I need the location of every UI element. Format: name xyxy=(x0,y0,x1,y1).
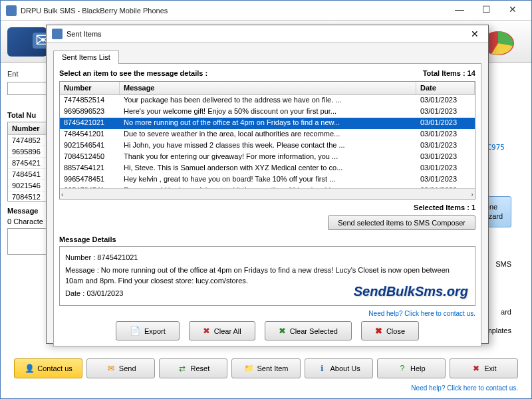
help-button[interactable]: ?Help xyxy=(377,358,446,378)
total-items: Total Items : 14 xyxy=(423,69,475,77)
table-row[interactable]: 8857454121Hi, Steve. This is Samuel ande… xyxy=(60,163,475,174)
dialog-help-link[interactable]: Need help? Click here to contact us. xyxy=(59,310,475,317)
bottom-toolbar: 👤Contact us ✉Send ⇄Reset 📁Sent Item ℹAbo… xyxy=(14,358,518,378)
instruction-text: Select an item to see the message detail… xyxy=(59,69,207,77)
exit-button[interactable]: ✖Exit xyxy=(450,358,518,378)
info-icon: ℹ xyxy=(317,363,328,374)
detail-number: 8745421021 xyxy=(97,253,138,261)
scroll-left-icon[interactable]: ‹ xyxy=(61,190,64,198)
dialog-icon xyxy=(52,29,63,39)
main-help-link[interactable]: Need help? Click here to contact us. xyxy=(411,384,518,392)
sent-items-dialog: Sent Items ✕ Sent Items List Select an i… xyxy=(46,25,489,344)
export-button[interactable]: 📄Export xyxy=(116,321,180,340)
dialog-title: Sent Items xyxy=(66,30,467,38)
close-dialog-button[interactable]: ✖Close xyxy=(361,321,419,340)
reset-button[interactable]: ⇄Reset xyxy=(159,358,227,378)
dialog-content: Select an item to see the message detail… xyxy=(53,63,481,346)
app-icon xyxy=(6,5,17,16)
send-icon: ✉ xyxy=(106,363,116,374)
main-titlebar: DRPU Bulk SMS - BlackBerry Mobile Phones… xyxy=(1,1,531,21)
envelope-icon xyxy=(7,27,47,57)
sent-item-button[interactable]: 📁Sent Item xyxy=(231,358,300,378)
dialog-body: Sent Items List Select an item to see th… xyxy=(47,43,488,353)
grid-scrollbar[interactable]: ‹› xyxy=(60,188,475,199)
grid-header: Number Message Date xyxy=(60,82,475,95)
table-row[interactable]: 7474852514Your package has been delivere… xyxy=(60,95,475,106)
send-button[interactable]: ✉Send xyxy=(86,358,155,378)
dialog-close-button[interactable]: ✕ xyxy=(467,29,483,39)
sent-items-tab[interactable]: Sent Items List xyxy=(53,50,119,64)
table-row[interactable]: 6654784541Emergency! Hurricane Ada set t… xyxy=(60,186,475,188)
messages-grid[interactable]: Number Message Date 7474852514Your packa… xyxy=(59,81,475,200)
reset-icon: ⇄ xyxy=(177,363,188,374)
close-button[interactable]: ✕ xyxy=(499,4,526,17)
minimize-button[interactable]: — xyxy=(446,4,473,17)
clear-all-button[interactable]: ✖Clear All xyxy=(189,321,255,340)
person-icon: 👤 xyxy=(24,363,35,374)
contact-button[interactable]: 👤Contact us xyxy=(14,358,82,378)
table-row[interactable]: 9965478451Hey kelvin , great to have you… xyxy=(60,174,475,186)
table-row[interactable]: 9695896523Here's your welcome gift! Enjo… xyxy=(60,106,475,118)
folder-icon: 📁 xyxy=(243,363,254,374)
brand-watermark: SendBulkSms.org xyxy=(354,281,468,301)
col-number[interactable]: Number xyxy=(60,82,120,94)
export-icon: 📄 xyxy=(130,326,140,336)
dialog-buttons: 📄Export ✖Clear All ✖Clear Selected ✖Clos… xyxy=(59,321,475,340)
clear-selected-icon: ✖ xyxy=(279,326,286,336)
selected-items: Selected Items : 1 xyxy=(59,203,475,211)
send-to-composer-button[interactable]: Send selected items to SMS Composer xyxy=(328,215,475,230)
table-row[interactable]: 8745421021No more running out of the off… xyxy=(60,118,475,129)
dialog-titlebar: Sent Items ✕ xyxy=(47,25,488,43)
clear-all-icon: ✖ xyxy=(203,326,210,336)
exit-icon: ✖ xyxy=(471,363,481,374)
window-title: DRPU Bulk SMS - BlackBerry Mobile Phones xyxy=(21,7,446,15)
close-icon: ✖ xyxy=(375,326,382,336)
col-date[interactable]: Date xyxy=(416,82,475,94)
side-labels: SMS ard mplates xyxy=(485,249,511,345)
message-details: Number : 8745421021 Message : No more ru… xyxy=(59,246,475,306)
help-icon: ? xyxy=(397,363,408,374)
table-row[interactable]: 9021546541Hi John, you have missed 2 cla… xyxy=(60,140,475,152)
col-message[interactable]: Message xyxy=(120,82,416,94)
detail-date: 03/01/2023 xyxy=(86,289,123,297)
main-window: DRPU Bulk SMS - BlackBerry Mobile Phones… xyxy=(0,0,532,399)
table-row[interactable]: 7084512450Thank you for entering our giv… xyxy=(60,152,475,163)
maximize-button[interactable]: ☐ xyxy=(473,4,499,17)
about-button[interactable]: ℹAbout Us xyxy=(305,358,373,378)
details-title: Message Details xyxy=(59,235,475,243)
clear-selected-button[interactable]: ✖Clear Selected xyxy=(265,321,352,340)
table-row[interactable]: 7484541201Due to severe weather in the a… xyxy=(60,129,475,140)
scroll-right-icon[interactable]: › xyxy=(471,190,473,198)
enter-label: Ent xyxy=(7,70,19,78)
